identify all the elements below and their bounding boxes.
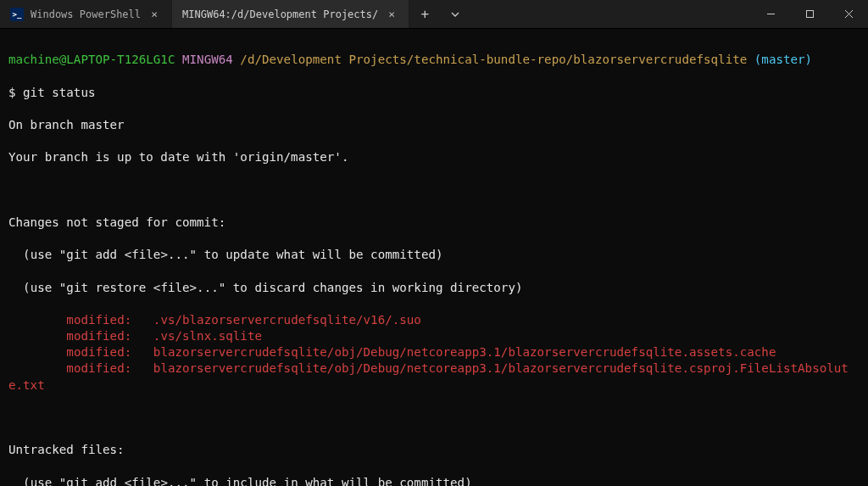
hint: (use "git restore <file>..." to discard …	[8, 280, 860, 296]
modified-file: modified: .vs/slnx.sqlite	[8, 328, 860, 344]
modified-file: modified: blazorservercrudefsqlite/obj/D…	[8, 344, 860, 360]
window-controls	[751, 0, 868, 28]
prompt-line: machine@LAPTOP-T126LG1C MINGW64 /d/Devel…	[8, 52, 860, 68]
new-tab-button[interactable]: +	[409, 0, 440, 28]
prompt-user: machine@LAPTOP-T126LG1C	[8, 53, 175, 66]
close-icon[interactable]: ×	[385, 8, 398, 21]
branch-info: On branch master	[8, 117, 860, 133]
titlebar: >_ Windows PowerShell × MINGW64:/d/Devel…	[0, 0, 868, 29]
hint: (use "git add <file>..." to update what …	[8, 247, 860, 263]
modified-file: modified: .vs/blazorservercrudefsqlite/v…	[8, 312, 860, 328]
not-staged-header: Changes not staged for commit:	[8, 215, 860, 231]
tab-title: MINGW64:/d/Development Projects/	[182, 8, 378, 20]
terminal-output[interactable]: machine@LAPTOP-T126LG1C MINGW64 /d/Devel…	[0, 29, 868, 486]
close-icon[interactable]: ×	[147, 8, 161, 21]
tab-powershell[interactable]: >_ Windows PowerShell ×	[0, 0, 172, 28]
tab-title: Windows PowerShell	[31, 8, 141, 20]
uptodate-info: Your branch is up to date with 'origin/m…	[8, 149, 860, 165]
untracked-header: Untracked files:	[8, 442, 860, 458]
maximize-button[interactable]	[790, 0, 829, 28]
powershell-icon: >_	[10, 8, 24, 21]
modified-file: modified: blazorservercrudefsqlite/obj/D…	[8, 360, 860, 393]
close-button[interactable]	[829, 0, 868, 28]
tab-mingw[interactable]: MINGW64:/d/Development Projects/ ×	[172, 0, 409, 28]
modified-files: modified: .vs/blazorservercrudefsqlite/v…	[8, 312, 860, 394]
command-line: $ git status	[8, 85, 860, 101]
titlebar-drag-area[interactable]	[470, 0, 751, 28]
tab-dropdown-button[interactable]	[440, 0, 470, 28]
minimize-button[interactable]	[751, 0, 790, 28]
hint: (use "git add <file>..." to include in w…	[8, 475, 860, 486]
prompt-path: /d/Development Projects/technical-bundle…	[240, 53, 747, 66]
prompt-shell: MINGW64	[182, 53, 233, 66]
svg-rect-1	[806, 11, 813, 18]
prompt-branch: (master)	[754, 53, 812, 66]
